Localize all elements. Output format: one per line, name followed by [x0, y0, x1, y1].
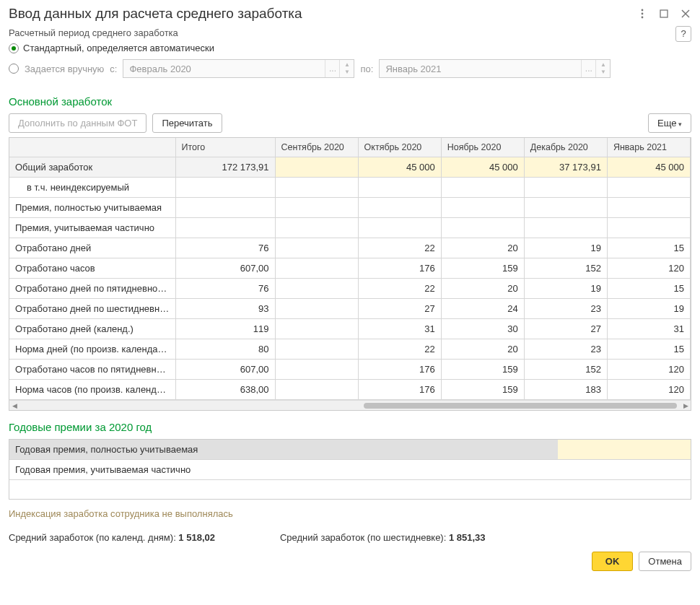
ok-button[interactable]: OK [592, 552, 634, 571]
cell[interactable]: 76 [175, 279, 275, 299]
cell[interactable]: 30 [441, 319, 524, 339]
cell[interactable] [275, 198, 358, 218]
cell[interactable] [175, 178, 275, 198]
cell[interactable] [441, 218, 524, 238]
cell[interactable] [607, 218, 690, 238]
table-row[interactable]: Отработано дней по шестидневной нед...93… [9, 299, 691, 319]
th-m2[interactable]: Ноябрь 2020 [441, 138, 524, 157]
cell[interactable]: 119 [175, 319, 275, 339]
cell[interactable]: 24 [441, 299, 524, 319]
annual-row-1[interactable]: Годовая премия, полностью учитываемая [9, 440, 691, 460]
scroll-thumb[interactable] [364, 403, 677, 409]
cell[interactable] [607, 178, 690, 198]
cell[interactable]: 20 [441, 279, 524, 299]
from-date-spinner-icon[interactable]: ▲▼ [339, 60, 354, 77]
cell[interactable]: 176 [358, 360, 441, 380]
annual-row-2-value[interactable] [558, 460, 691, 479]
cell[interactable]: 45 000 [607, 157, 690, 178]
from-date-picker-icon[interactable] [325, 60, 339, 77]
cell[interactable] [275, 360, 358, 380]
cell[interactable] [358, 178, 441, 198]
cell[interactable] [358, 218, 441, 238]
cell[interactable]: 93 [175, 299, 275, 319]
th-m3[interactable]: Декабрь 2020 [524, 138, 607, 157]
cell[interactable] [275, 319, 358, 339]
maximize-icon[interactable] [658, 8, 670, 19]
cell[interactable]: 607,00 [175, 360, 275, 380]
cell[interactable]: 19 [524, 238, 607, 258]
main-table[interactable]: Итого Сентябрь 2020 Октябрь 2020 Ноябрь … [9, 137, 691, 411]
table-row[interactable]: Норма часов (по произв. календарю)638,00… [9, 380, 691, 400]
annual-table[interactable]: Годовая премия, полностью учитываемая Го… [9, 439, 691, 500]
cell[interactable]: 27 [358, 299, 441, 319]
cell[interactable] [275, 299, 358, 319]
cell[interactable]: 15 [607, 339, 690, 360]
cell[interactable] [441, 198, 524, 218]
cell[interactable]: 19 [524, 279, 607, 299]
th-m4[interactable]: Январь 2021 [607, 138, 690, 157]
radio-manual[interactable] [9, 64, 19, 74]
table-row[interactable]: Отработано часов607,00176159152120 [9, 258, 691, 279]
table-row[interactable]: Отработано дней (календ.)11931302731 [9, 319, 691, 339]
cell[interactable] [175, 218, 275, 238]
cell[interactable]: 31 [607, 319, 690, 339]
cell[interactable] [175, 198, 275, 218]
cell[interactable]: 172 173,91 [175, 157, 275, 178]
cell[interactable]: 80 [175, 339, 275, 360]
cell[interactable] [275, 157, 358, 178]
cell[interactable] [275, 380, 358, 400]
cell[interactable]: 19 [607, 299, 690, 319]
cell[interactable] [524, 178, 607, 198]
cell[interactable] [524, 218, 607, 238]
cell[interactable]: 15 [607, 279, 690, 299]
cell[interactable]: 20 [441, 339, 524, 360]
cell[interactable]: 159 [441, 258, 524, 279]
table-row[interactable]: Общий заработок172 173,9145 00045 00037 … [9, 157, 691, 178]
scroll-left-icon[interactable]: ◀ [9, 402, 19, 409]
cell[interactable]: 23 [524, 339, 607, 360]
table-row[interactable]: Премия, учитываемая частично [9, 218, 691, 238]
cell[interactable]: 120 [607, 360, 690, 380]
radio-auto[interactable] [9, 43, 19, 53]
cell[interactable] [275, 218, 358, 238]
cell[interactable] [524, 198, 607, 218]
cell[interactable]: 37 173,91 [524, 157, 607, 178]
cell[interactable]: 22 [358, 279, 441, 299]
table-row[interactable]: Отработано часов по пятидневной нед...60… [9, 360, 691, 380]
cell[interactable] [275, 258, 358, 279]
cell[interactable]: 31 [358, 319, 441, 339]
to-date-spinner-icon[interactable]: ▲▼ [595, 60, 610, 77]
th-itogo[interactable]: Итого [175, 138, 275, 157]
table-row[interactable]: Отработано дней7622201915 [9, 238, 691, 258]
menu-icon[interactable] [636, 8, 648, 19]
annual-row-1-value[interactable] [558, 440, 691, 459]
cell[interactable]: 20 [441, 238, 524, 258]
scroll-right-icon[interactable]: ▶ [681, 402, 691, 409]
annual-row-2[interactable]: Годовая премия, учитываемая частично [9, 460, 691, 480]
cell[interactable]: 22 [358, 238, 441, 258]
horizontal-scrollbar[interactable]: ◀ ▶ [9, 400, 691, 410]
cell[interactable]: 638,00 [175, 380, 275, 400]
cell[interactable]: 159 [441, 360, 524, 380]
close-icon[interactable] [680, 8, 691, 19]
cell[interactable]: 22 [358, 339, 441, 360]
cell[interactable]: 176 [358, 380, 441, 400]
table-row[interactable]: Отработано дней по пятидневной неде...76… [9, 279, 691, 299]
cell[interactable]: 15 [607, 238, 690, 258]
cell[interactable]: 183 [524, 380, 607, 400]
cell[interactable]: 176 [358, 258, 441, 279]
table-row[interactable]: Премия, полностью учитываемая [9, 198, 691, 218]
cell[interactable]: 152 [524, 258, 607, 279]
cell[interactable] [275, 339, 358, 360]
cell[interactable] [275, 178, 358, 198]
cell[interactable]: 27 [524, 319, 607, 339]
cell[interactable] [275, 238, 358, 258]
cell[interactable]: 23 [524, 299, 607, 319]
cell[interactable]: 159 [441, 380, 524, 400]
more-button[interactable]: Еще [648, 113, 691, 133]
to-date-picker-icon[interactable] [581, 60, 595, 77]
recalc-button[interactable]: Перечитать [152, 113, 222, 133]
cell[interactable]: 45 000 [441, 157, 524, 178]
cell[interactable]: 76 [175, 238, 275, 258]
cell[interactable]: 607,00 [175, 258, 275, 279]
